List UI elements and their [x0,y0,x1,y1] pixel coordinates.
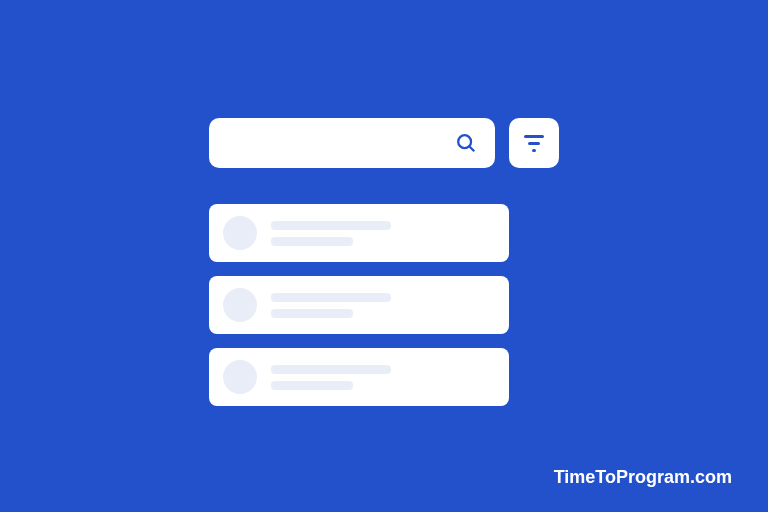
list-item-text [271,293,391,318]
filter-icon [524,135,544,152]
list-item[interactable] [209,348,509,406]
placeholder-line [271,365,391,374]
placeholder-line [271,309,353,318]
placeholder-line [271,381,353,390]
svg-line-1 [469,146,474,151]
placeholder-line [271,293,391,302]
filter-button[interactable] [509,118,559,168]
watermark-text: TimeToProgram.com [554,467,732,488]
list-item[interactable] [209,204,509,262]
list-item[interactable] [209,276,509,334]
search-input[interactable] [227,135,455,152]
placeholder-line [271,221,391,230]
list-item-text [271,365,391,390]
avatar [223,288,257,322]
search-icon[interactable] [455,132,477,154]
search-box[interactable] [209,118,495,168]
search-row [209,118,559,168]
search-widget [209,118,559,406]
avatar [223,360,257,394]
list-item-text [271,221,391,246]
avatar [223,216,257,250]
placeholder-line [271,237,353,246]
svg-point-0 [458,135,471,148]
results-list [209,204,509,406]
